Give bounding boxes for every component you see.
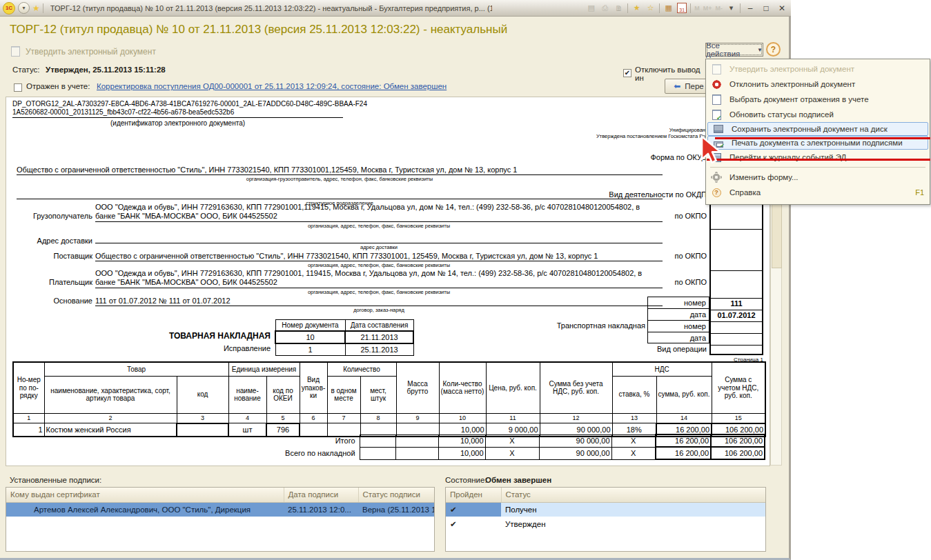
menu-item-save-edoc-to-disk[interactable]: Сохранить электронный документ на диск xyxy=(707,122,928,136)
state-col-status[interactable]: Статус xyxy=(501,488,766,502)
menu-item-approve: Утвердить электронный документ xyxy=(706,61,930,77)
consignee-line1: ООО "Одежда и обувь", ИНН 7729163630, КП… xyxy=(95,203,640,211)
gear-icon xyxy=(712,173,721,181)
state-panel: Пройден Статус ✔ Получен ✔ Утвержден xyxy=(445,487,766,552)
signatures-panel: Кому выдан сертификат Дата подписи Стату… xyxy=(6,487,435,552)
signature-row[interactable]: Артемов Алексей Александрович, ООО "Стил… xyxy=(6,502,435,517)
fix-label: Исправление xyxy=(167,344,271,352)
system-menu-button[interactable]: ▾ xyxy=(18,2,30,14)
print-icon[interactable]: ⎙ xyxy=(600,3,610,13)
unified-form-note-line1: Унифицирован xyxy=(483,127,705,133)
consignee-label: Грузополучатель xyxy=(0,212,92,220)
chevron-down-icon: ▼ xyxy=(757,47,763,53)
doc-num-header: Номер документа xyxy=(275,320,345,332)
col-header: Вид упаков-ки xyxy=(300,362,327,413)
basis-caption: договор, заказ-наряд xyxy=(95,307,663,313)
state-col-passed[interactable]: Пройден xyxy=(446,488,501,502)
divider xyxy=(740,3,741,13)
totals-row: Итого 10,000 X 90 000,00 X 16 200,00 106… xyxy=(12,434,765,447)
status-value: Утвержден, 25.11.2013 15:11:28 xyxy=(46,66,166,74)
basis-number-value: 111 xyxy=(711,299,762,308)
okud-label: Форма по ОКУД xyxy=(603,153,707,161)
col-header: НДС xyxy=(612,362,712,376)
menu-item-choose-reflection-doc[interactable]: Выбрать документ отражения в учете xyxy=(706,92,930,107)
payer-line1: ООО "Одежда и обувь", ИНН 7729163630, КП… xyxy=(95,269,642,277)
shipper-caption: организация-грузоотправитель, адрес, тел… xyxy=(17,176,663,182)
menu-item-edoc-event-journal[interactable]: Перейти к журналу событий ЭД xyxy=(706,150,930,165)
calculator-icon[interactable]: ▦ xyxy=(663,3,674,13)
menu-item-refresh-signature-statuses[interactable]: Обновить статусы подписей xyxy=(706,107,930,122)
status-label: Статус: xyxy=(12,66,40,74)
arrow-left-icon: ⬅ xyxy=(674,81,680,91)
doc-number-table: Номер документа Дата составления 10 21.1… xyxy=(275,319,414,356)
col-header: Сумма без учета НДС, руб. коп. xyxy=(540,362,612,413)
payer-caption: организация, адрес, телефон, факс, банко… xyxy=(95,289,663,295)
favorites-list-icon[interactable]: ☆ xyxy=(645,3,656,13)
close-button[interactable]: ✕ xyxy=(776,3,788,13)
signatures-title: Установленные подписи: xyxy=(10,476,101,484)
edoc-identifier-caption: (идентификатор электронного документа) xyxy=(12,119,343,127)
state-label: Состояние: xyxy=(445,476,487,484)
reflected-label: Отражен в учете: xyxy=(26,82,90,90)
signatures-col-date[interactable]: Дата подписи xyxy=(284,488,358,502)
unified-form-note-line2: Утверждена постановлением Госкомстата Ро xyxy=(483,133,705,139)
help-icon: ? xyxy=(712,188,721,197)
all-actions-label: Все действия xyxy=(706,41,754,58)
menu-item-help[interactable]: ? Справка F1 xyxy=(706,185,930,200)
col-header: Но-мер по по-рядку xyxy=(13,362,44,413)
memory-minus-button[interactable]: M- xyxy=(716,5,723,12)
number-label-2: номер xyxy=(648,322,706,330)
memory-button[interactable]: M xyxy=(694,5,700,12)
approve-doc-icon xyxy=(712,64,721,74)
preview-icon[interactable]: 🗎 xyxy=(614,3,624,13)
delivery-address-value xyxy=(95,234,663,243)
divider xyxy=(690,3,691,13)
col-header: Товар xyxy=(44,362,228,376)
edoc-identifier-line1: DP_OTORG12_2AL-A7303297-E8CA-4BD6-A738-4… xyxy=(12,100,367,108)
col-header: код xyxy=(177,376,228,413)
edoc-identifier-line2: 1A5260682-00001_20131125_fbb43c07-cf22-4… xyxy=(12,108,343,118)
menu-shortcut: F1 xyxy=(915,188,924,197)
doc-num-value: 10 xyxy=(275,331,345,343)
col-header: Цена, руб. коп. xyxy=(486,362,540,413)
add-favorite-icon[interactable]: ★ xyxy=(631,3,642,13)
minimize-button[interactable]: – xyxy=(744,3,756,13)
payer-label: Плательщик xyxy=(0,278,92,286)
unit-value xyxy=(17,190,663,199)
help-button[interactable]: ? xyxy=(766,42,781,57)
date-label-2: дата xyxy=(648,334,706,342)
memory-plus-button[interactable]: M+ xyxy=(703,5,712,12)
fix-num-value: 1 xyxy=(275,343,345,356)
save-icon[interactable]: ▤ xyxy=(586,3,596,13)
refresh-signatures-icon xyxy=(712,110,721,120)
menu-item-change-form[interactable]: Изменить форму... xyxy=(706,170,930,185)
reject-icon xyxy=(712,80,721,89)
navigate-back-label: Пере xyxy=(685,82,703,90)
menu-item-reject[interactable]: Отклонить электронный документ xyxy=(706,77,930,92)
app-logo-icon: 1С xyxy=(3,2,15,14)
basis-value: 111 от 01.07.2012 № 111 от 01.07.2012 xyxy=(95,297,663,306)
col-header: Количество xyxy=(327,362,396,376)
approve-document-button[interactable]: Утвердить электронный документ xyxy=(10,46,156,57)
maximize-button[interactable]: □ xyxy=(760,3,772,13)
disable-output-checkbox[interactable]: ✔ xyxy=(623,66,631,78)
titlebar-toolbar: ▤ ⎙ 🗎 ★ ☆ ▦ 31 M M+ M- ▾ – □ ✕ xyxy=(586,3,788,13)
col-header: код по ОКЕИ xyxy=(266,376,300,413)
calendar-icon[interactable]: 31 xyxy=(677,3,687,13)
state-row[interactable]: ✔ Получен xyxy=(446,502,766,517)
divider xyxy=(627,3,628,13)
all-actions-button[interactable]: Все действия ▼ xyxy=(705,43,763,57)
reflected-checkbox[interactable] xyxy=(14,82,22,94)
divider xyxy=(659,3,660,13)
favorites-star-icon[interactable]: ★ xyxy=(32,3,40,13)
payer-line2: банке "БАНК "МБА-МОСКВА" ООО, БИК 044525… xyxy=(95,278,663,288)
toolbar-overflow-icon[interactable]: ▾ xyxy=(726,3,736,13)
signatures-col-certificate[interactable]: Кому выдан сертификат xyxy=(6,488,284,502)
basis-date-value: 01.07.2012 xyxy=(711,311,762,319)
signatures-table: Кому выдан сертификат Дата подписи Стату… xyxy=(6,488,435,517)
doc-date-value: 21.11.2013 xyxy=(345,331,413,343)
reflected-document-link[interactable]: Корректировка поступления ОД00-000001 от… xyxy=(97,82,447,90)
signatures-col-status[interactable]: Статус подписи xyxy=(358,488,435,502)
state-row[interactable]: ✔ Утвержден xyxy=(446,517,766,531)
mouse-cursor-icon xyxy=(700,135,723,167)
